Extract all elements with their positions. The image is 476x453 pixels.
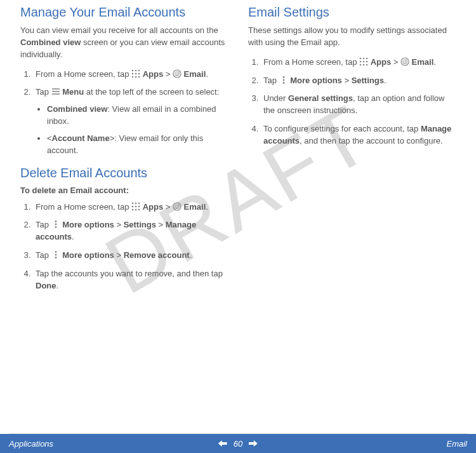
page-number: 60 (234, 439, 242, 449)
more-options-label: More options (290, 76, 342, 85)
combined-view-label: Combined view (47, 104, 107, 114)
manage-intro: You can view email you receive for all a… (20, 25, 228, 61)
text: From a Home screen, tap (36, 69, 131, 79)
email-label: Email (184, 69, 206, 79)
menu-label: Menu (62, 87, 84, 97)
sub-combined-view: Combined view: View all email in a combi… (47, 104, 228, 128)
svg-point-0 (132, 69, 134, 71)
manage-title: Manage Your Email Accounts (20, 5, 228, 20)
right-column: Email Settings These settings allow you … (248, 5, 456, 301)
svg-point-38 (363, 64, 365, 65)
settings-steps: From a Home screen, tap Apps > @ Email. … (248, 57, 456, 147)
delete-step-1: From a Home screen, tap Apps > @ Email. (33, 201, 228, 213)
delete-subhead: To delete an Email account: (20, 186, 228, 195)
settings-step-4: To configure settings for each account, … (261, 123, 456, 147)
svg-point-2 (138, 69, 140, 71)
text: . (56, 281, 59, 290)
svg-point-44 (282, 82, 284, 84)
text: > (114, 220, 124, 229)
text: Tap (36, 87, 51, 97)
more-options-icon (51, 250, 60, 259)
settings-label: Settings (124, 220, 156, 229)
svg-point-33 (366, 57, 368, 59)
text: > (114, 250, 124, 260)
footer-right: Email (446, 439, 467, 449)
more-options-icon (51, 220, 60, 229)
remove-account-label: Remove account (124, 250, 190, 260)
combined-view-bold: Combined view (20, 37, 81, 47)
text: > (342, 76, 352, 85)
manage-step-2: Tap Menu at the top left of the screen t… (33, 86, 228, 156)
email-icon: @ (173, 69, 182, 78)
svg-point-25 (55, 221, 56, 223)
text: Tap (263, 76, 279, 85)
arrow-right-icon (249, 440, 258, 447)
text: > (163, 69, 173, 79)
text: From a Home screen, tap (36, 202, 131, 212)
text: . (206, 202, 208, 212)
email-label: Email (412, 57, 434, 67)
delete-step-4: Tap the accounts you want to remove, and… (33, 268, 228, 292)
more-options-icon (279, 76, 288, 85)
svg-point-37 (360, 64, 362, 65)
manage-steps: From a Home screen, tap Apps > @ Email. … (20, 69, 228, 157)
svg-point-15 (135, 202, 137, 204)
svg-point-3 (132, 72, 134, 74)
svg-point-1 (135, 69, 137, 71)
svg-text:@: @ (174, 71, 180, 77)
manage-step-1: From a Home screen, tap Apps > @ Email. (33, 69, 228, 81)
svg-point-39 (366, 64, 368, 65)
svg-point-26 (55, 224, 56, 226)
page-footer: Applications 60 Email (0, 434, 476, 453)
text: From a Home screen, tap (263, 57, 359, 67)
apps-grid-icon (131, 69, 140, 78)
text: . (72, 232, 74, 241)
apps-grid-icon (359, 57, 368, 66)
text: < (47, 133, 52, 143)
svg-point-5 (138, 72, 140, 74)
svg-point-16 (138, 202, 140, 204)
svg-point-42 (282, 76, 284, 78)
text: at the top left of the screen to select: (84, 87, 219, 97)
svg-point-27 (55, 227, 56, 229)
account-name-label: Account Name (52, 133, 110, 143)
svg-marker-45 (218, 440, 227, 447)
svg-point-43 (282, 79, 284, 81)
apps-label: Apps (371, 57, 392, 67)
svg-point-28 (55, 251, 56, 253)
svg-point-14 (132, 202, 134, 204)
svg-point-18 (135, 205, 137, 207)
delete-steps: From a Home screen, tap Apps > @ Email. … (20, 201, 228, 292)
text: Under (263, 93, 288, 103)
svg-point-6 (132, 76, 134, 78)
svg-point-19 (138, 205, 140, 207)
svg-point-4 (135, 72, 137, 74)
apps-label: Apps (143, 202, 164, 212)
delete-title: Delete Email Accounts (20, 166, 228, 180)
done-label: Done (36, 281, 56, 290)
settings-label: Settings (352, 76, 384, 85)
more-options-label: More options (62, 250, 114, 260)
svg-point-21 (135, 208, 137, 210)
text: , and then tap the account to configure. (300, 136, 443, 145)
text: To configure settings for each account, … (263, 124, 421, 133)
svg-point-22 (138, 208, 140, 210)
text: . (384, 76, 387, 85)
settings-step-2: Tap More options > Settings. (261, 75, 456, 87)
more-options-label: More options (62, 220, 114, 229)
svg-text:@: @ (174, 203, 180, 210)
text: You can view email you receive for all a… (20, 25, 218, 35)
svg-point-36 (366, 60, 368, 62)
svg-point-30 (55, 257, 56, 259)
settings-step-1: From a Home screen, tap Apps > @ Email. (261, 57, 456, 69)
apps-grid-icon (131, 202, 140, 211)
svg-marker-46 (249, 440, 258, 447)
manage-sublist: Combined view: View all email in a combi… (36, 104, 228, 156)
delete-step-3: Tap More options > Remove account. (33, 250, 228, 262)
text: > (156, 220, 166, 229)
text: Tap the accounts you want to remove, and… (36, 269, 223, 278)
arrow-left-icon (218, 440, 227, 447)
text: > (391, 57, 400, 67)
apps-label: Apps (143, 69, 164, 79)
sub-account-name: <Account Name>: View email for only this… (47, 133, 228, 157)
